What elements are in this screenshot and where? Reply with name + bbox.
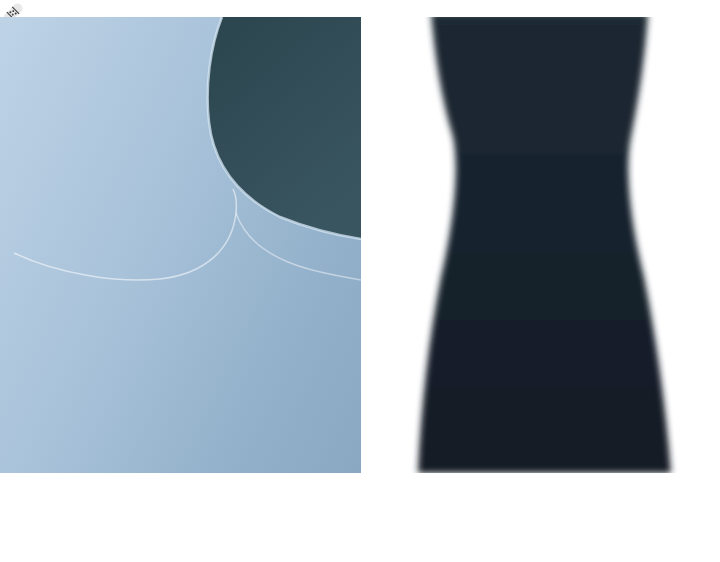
wetsuit-figure-shape — [363, 17, 720, 473]
canvas-right-image[interactable] — [363, 17, 720, 473]
photoshop-tutorial-screenshot: Layers Normal Opacity: 100% — [0, 0, 720, 562]
left-image-background-shapes — [0, 17, 361, 473]
canvas-left-image[interactable] — [0, 17, 361, 473]
